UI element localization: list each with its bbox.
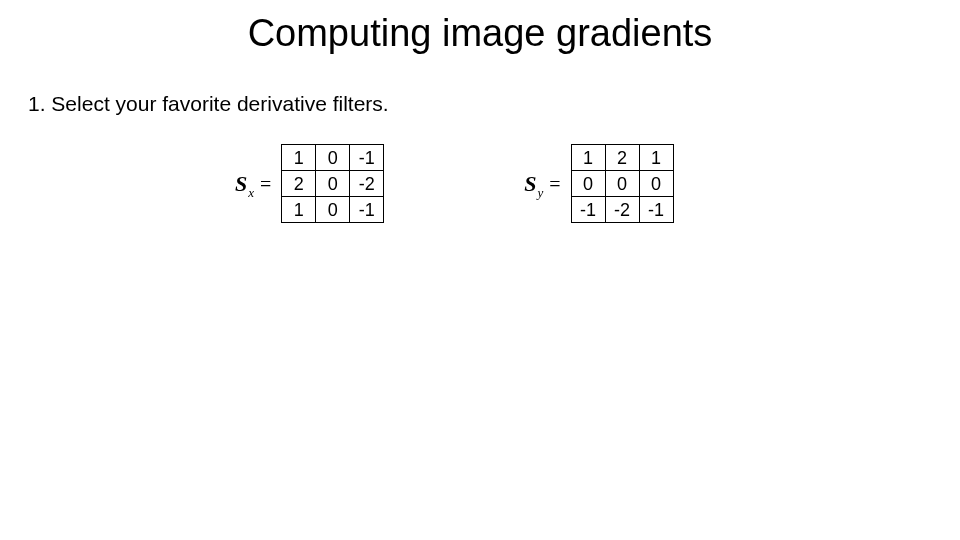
matrix-cell: -1 bbox=[350, 197, 384, 223]
slide: Computing image gradients 1. Select your… bbox=[0, 0, 960, 540]
matrix-cell: -2 bbox=[350, 171, 384, 197]
matrix-cell: 0 bbox=[316, 171, 350, 197]
matrix-cell: 2 bbox=[605, 145, 639, 171]
matrix-cell: 2 bbox=[282, 171, 316, 197]
filter-sx-equals: = bbox=[260, 173, 271, 196]
step-text: 1. Select your favorite derivative filte… bbox=[28, 92, 389, 116]
matrix-cell: 0 bbox=[571, 171, 605, 197]
matrix-cell: 1 bbox=[282, 145, 316, 171]
matrix-cell: -1 bbox=[639, 197, 673, 223]
filter-sy-equals: = bbox=[549, 173, 560, 196]
table-row: 0 0 0 bbox=[571, 171, 673, 197]
table-row: 2 0 -2 bbox=[282, 171, 384, 197]
table-row: 1 0 -1 bbox=[282, 145, 384, 171]
filter-sy-symbol: S bbox=[524, 171, 536, 197]
matrix-cell: 1 bbox=[571, 145, 605, 171]
matrix-cell: 1 bbox=[639, 145, 673, 171]
table-row: 1 2 1 bbox=[571, 145, 673, 171]
matrix-cell: -1 bbox=[571, 197, 605, 223]
matrix-cell: 1 bbox=[282, 197, 316, 223]
filters-row: S x = 1 0 -1 2 0 -2 1 0 -1 bbox=[0, 144, 960, 223]
matrix-cell: 0 bbox=[316, 145, 350, 171]
filter-sx-symbol: S bbox=[235, 171, 247, 197]
matrix-cell: -2 bbox=[605, 197, 639, 223]
filter-sy-subscript: y bbox=[538, 185, 544, 201]
matrix-cell: -1 bbox=[350, 145, 384, 171]
sx-matrix: 1 0 -1 2 0 -2 1 0 -1 bbox=[281, 144, 384, 223]
slide-title: Computing image gradients bbox=[0, 12, 960, 55]
filter-sx-label: S x = bbox=[235, 171, 271, 197]
filter-sy-label: S y = bbox=[524, 171, 560, 197]
filter-sx-subscript: x bbox=[248, 185, 254, 201]
filter-sy: S y = 1 2 1 0 0 0 -1 -2 -1 bbox=[524, 144, 673, 223]
table-row: 1 0 -1 bbox=[282, 197, 384, 223]
matrix-cell: 0 bbox=[639, 171, 673, 197]
table-row: -1 -2 -1 bbox=[571, 197, 673, 223]
sy-matrix: 1 2 1 0 0 0 -1 -2 -1 bbox=[571, 144, 674, 223]
matrix-cell: 0 bbox=[316, 197, 350, 223]
matrix-cell: 0 bbox=[605, 171, 639, 197]
filter-sx: S x = 1 0 -1 2 0 -2 1 0 -1 bbox=[235, 144, 384, 223]
